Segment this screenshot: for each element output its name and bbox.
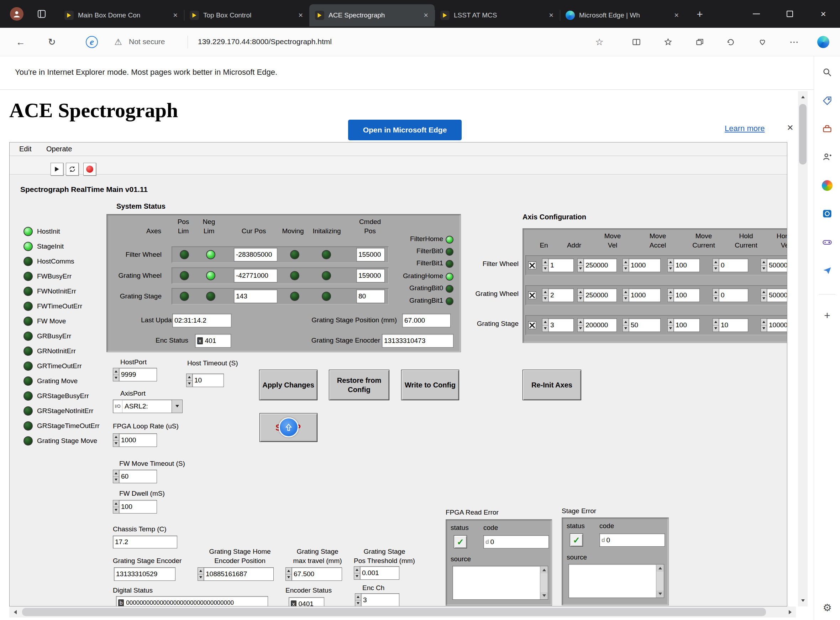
scroll-down-arrow[interactable]	[798, 595, 808, 606]
tab-actions-icon[interactable]	[36, 9, 47, 19]
address-bar[interactable]: 139.229.170.44:8000/Spectrograph.html	[198, 38, 332, 46]
back-button[interactable]: ←	[14, 35, 28, 49]
browser-tab-microsoft-edge[interactable]: Microsoft Edge | Wh ×	[560, 4, 685, 26]
fw-move-timeout-input[interactable]: 60	[113, 470, 157, 483]
hold-current-input[interactable]: 10	[712, 318, 748, 332]
paper-plane-icon[interactable]	[820, 263, 834, 278]
horizontal-scrollbar-thumb[interactable]	[22, 608, 766, 616]
en-checkbox[interactable]	[528, 261, 536, 269]
addr-input[interactable]: 3	[542, 318, 574, 332]
spinner[interactable]	[113, 500, 119, 513]
games-icon[interactable]	[820, 235, 834, 249]
home-vel-input[interactable]: 50000	[760, 259, 788, 272]
tab-close-icon[interactable]: ×	[674, 11, 680, 20]
vertical-scrollbar-thumb[interactable]	[799, 104, 807, 164]
vertical-scrollbar[interactable]	[798, 91, 808, 606]
microsoft365-icon[interactable]	[820, 178, 834, 193]
home-vel-input[interactable]: 50000	[760, 289, 788, 302]
scroll-left-arrow[interactable]	[9, 606, 21, 617]
add-favorite-star-icon[interactable]: ☆	[592, 35, 606, 49]
reinit-axes-button[interactable]: Re-Init Axes	[522, 370, 581, 400]
learn-more-link[interactable]: Learn more	[724, 124, 765, 133]
scroll-right-arrow[interactable]	[784, 606, 796, 617]
favorites-icon[interactable]	[661, 35, 675, 49]
open-in-edge-button[interactable]: Open in Microsoft Edge	[348, 120, 462, 140]
restore-from-config-button[interactable]: Restore from Config	[329, 370, 389, 400]
browser-tab-ace-spectrograph[interactable]: ACE Spectrograph ×	[309, 4, 435, 26]
minimize-button[interactable]	[740, 0, 773, 28]
tab-close-icon[interactable]: ×	[423, 11, 429, 20]
run-continuous-button[interactable]	[66, 163, 79, 176]
gs-home-encoder-input[interactable]: 10885161687	[198, 567, 274, 581]
copilot-icon[interactable]	[816, 35, 830, 49]
tab-close-icon[interactable]: ×	[297, 11, 304, 20]
en-checkbox[interactable]	[528, 291, 536, 299]
sidebar-add-icon[interactable]: +	[820, 308, 834, 323]
tab-close-icon[interactable]: ×	[548, 11, 554, 20]
maximize-button[interactable]	[773, 0, 807, 28]
en-checkbox[interactable]	[528, 321, 536, 329]
move-accel-input[interactable]: 50	[622, 318, 661, 332]
move-current-input[interactable]: 100	[668, 289, 700, 302]
axisport-dropdown[interactable]: I/O ASRL2:	[113, 400, 183, 413]
spinner[interactable]	[198, 567, 204, 581]
spinner[interactable]	[355, 593, 361, 606]
browser-tab-main-box-dome[interactable]: Main Box Dome Con ×	[59, 4, 184, 26]
hold-current-input[interactable]: 0	[712, 289, 748, 302]
radix-binary[interactable]: b	[118, 599, 124, 606]
spinner[interactable]	[113, 470, 119, 483]
move-vel-input[interactable]: 250000	[578, 259, 617, 272]
enc-ch-input[interactable]: 3	[355, 593, 399, 606]
host-timeout-input[interactable]: 10	[186, 373, 224, 387]
settings-gear-icon[interactable]: ⚙	[820, 600, 834, 615]
hostport-input[interactable]: 9999	[113, 368, 157, 381]
gs-max-travel-input[interactable]: 67.500	[285, 567, 342, 581]
write-to-config-button[interactable]: Write to Config	[401, 370, 459, 400]
new-tab-button[interactable]: +	[693, 8, 706, 21]
collections-icon[interactable]	[693, 35, 707, 49]
home-vel-input[interactable]: 100000	[760, 318, 788, 332]
move-vel-input[interactable]: 200000	[578, 318, 617, 332]
browser-tab-lsst-at-mcs[interactable]: LSST AT MCS ×	[435, 4, 560, 26]
spinner[interactable]	[113, 368, 119, 381]
fpga-loop-rate-input[interactable]: 1000	[113, 433, 157, 447]
move-current-input[interactable]: 100	[668, 318, 700, 332]
source-textbox[interactable]	[452, 566, 548, 600]
sync-icon[interactable]	[724, 35, 738, 49]
toolbox-icon[interactable]	[820, 122, 834, 136]
browser-essentials-icon[interactable]	[755, 35, 770, 49]
banner-close-icon[interactable]: ×	[782, 120, 798, 135]
security-label[interactable]: Not secure	[129, 38, 165, 46]
fw-dwell-input[interactable]: 100	[113, 500, 157, 513]
move-accel-input[interactable]: 1000	[622, 289, 661, 302]
shopping-tag-icon[interactable]	[820, 94, 834, 108]
spinner[interactable]	[113, 433, 119, 447]
scroll-up-arrow[interactable]	[798, 91, 808, 102]
profile-avatar[interactable]	[10, 7, 24, 21]
move-current-input[interactable]: 100	[668, 259, 700, 272]
browser-tab-top-box-control[interactable]: Top Box Control ×	[184, 4, 309, 26]
close-window-button[interactable]: ×	[807, 0, 840, 28]
dropdown-arrow[interactable]	[171, 400, 182, 413]
source-textbox[interactable]	[568, 564, 664, 598]
hold-current-input[interactable]: 0	[712, 259, 748, 272]
radix-hex[interactable]: x	[291, 600, 297, 606]
not-secure-warning-icon[interactable]: ⚠	[111, 35, 125, 49]
split-screen-icon[interactable]	[629, 35, 644, 49]
source-scrollbar[interactable]	[540, 566, 548, 599]
run-button[interactable]	[51, 163, 63, 176]
addr-input[interactable]: 2	[542, 289, 574, 302]
sidebar-search-icon[interactable]	[820, 65, 834, 80]
menu-operate[interactable]: Operate	[46, 145, 72, 153]
spinner[interactable]	[285, 567, 291, 581]
source-scrollbar[interactable]	[656, 564, 664, 597]
addr-input[interactable]: 1	[542, 259, 574, 272]
horizontal-scrollbar[interactable]	[9, 606, 796, 617]
move-vel-input[interactable]: 250000	[578, 289, 617, 302]
menu-edit[interactable]: Edit	[19, 145, 32, 153]
refresh-button[interactable]: ↻	[45, 35, 59, 49]
spinner[interactable]	[354, 566, 360, 580]
radix-hex[interactable]: x	[197, 337, 203, 345]
move-accel-input[interactable]: 1000	[622, 259, 661, 272]
abort-button[interactable]	[83, 163, 96, 176]
